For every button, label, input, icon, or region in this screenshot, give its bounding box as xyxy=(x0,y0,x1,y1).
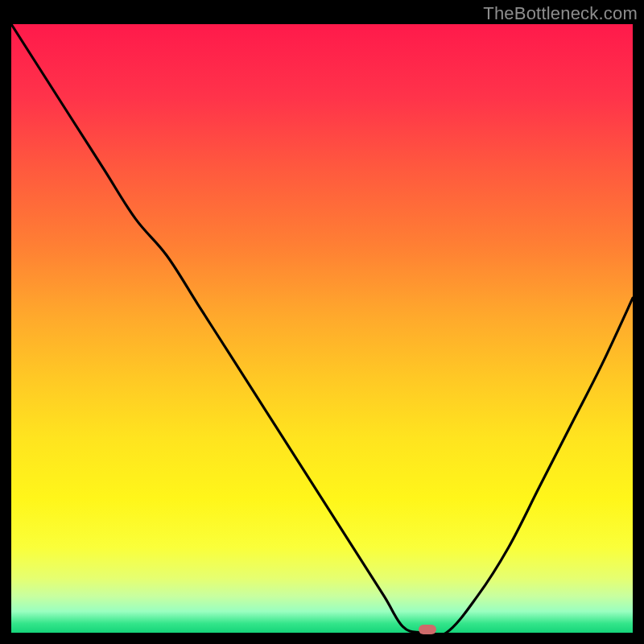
plot-area xyxy=(11,24,633,633)
optimal-marker xyxy=(419,625,436,634)
bottleneck-curve xyxy=(11,24,633,636)
chart-frame: TheBottleneck.com xyxy=(0,0,644,644)
curve-svg xyxy=(11,24,633,633)
watermark-text: TheBottleneck.com xyxy=(483,3,638,24)
